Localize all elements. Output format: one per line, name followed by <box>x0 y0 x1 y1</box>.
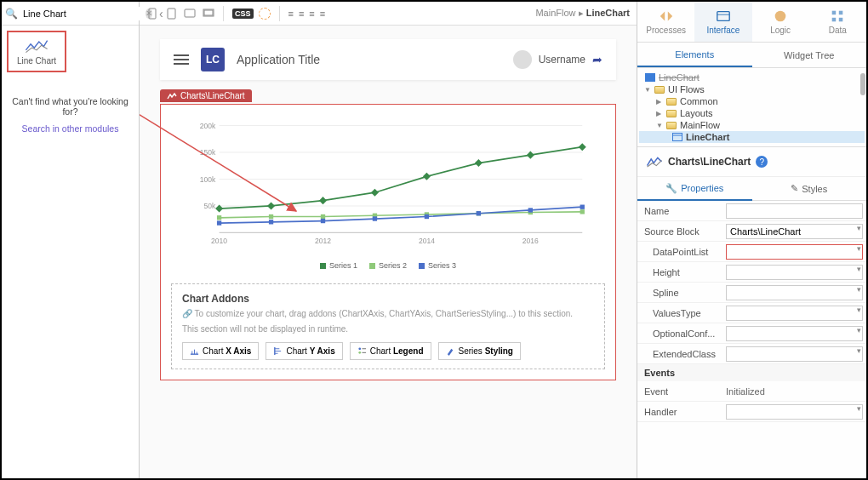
prop-extendedclass-input[interactable] <box>726 346 863 362</box>
svg-rect-24 <box>475 159 483 167</box>
legend-item: Series 2 <box>369 261 407 270</box>
screen-icon <box>671 133 682 142</box>
device-tablet-landscape-icon[interactable] <box>184 8 196 20</box>
search-other-modules-link[interactable]: Search in other modules <box>2 120 139 137</box>
svg-text:2010: 2010 <box>211 237 227 245</box>
subtab-elements[interactable]: Elements <box>637 43 752 67</box>
subtab-widget-tree[interactable]: Widget Tree <box>752 43 867 67</box>
svg-rect-55 <box>717 12 729 21</box>
prop-event-value: Initialized <box>722 385 866 398</box>
device-tablet-portrait-icon[interactable] <box>165 8 177 20</box>
tree-item-linechart[interactable]: LineChart <box>639 131 865 143</box>
hamburger-icon[interactable] <box>174 54 189 65</box>
svg-point-53 <box>358 351 361 354</box>
canvas-area[interactable]: LC Application Title Username ➦ Charts\L… <box>140 26 637 478</box>
svg-rect-59 <box>839 11 843 15</box>
svg-rect-39 <box>425 214 429 219</box>
svg-rect-21 <box>319 197 327 204</box>
svg-rect-0 <box>149 9 156 19</box>
search-row: 🔍 ✕ ‹ <box>2 2 139 26</box>
app-preview-header: LC Application Title Username ➦ <box>160 39 616 80</box>
svg-rect-34 <box>580 209 585 214</box>
folder-icon <box>666 122 677 129</box>
username-label: Username <box>539 54 585 66</box>
prop-spline-input[interactable] <box>726 285 863 300</box>
chart-addons-section: Chart Addons 🔗 To customize your chart, … <box>171 283 605 369</box>
tab-interface[interactable]: Interface <box>694 2 751 43</box>
toolbox-item-label: Line Chart <box>17 56 56 66</box>
element-tree[interactable]: LineChart ▼UI Flows ▶Common ▶Layouts ▼Ma… <box>637 68 866 147</box>
svg-rect-26 <box>579 143 586 151</box>
svg-text:150k: 150k <box>200 148 216 157</box>
tab-logic[interactable]: Logic <box>752 2 809 43</box>
user-block: Username ➦ <box>513 50 602 69</box>
addon-btn-2[interactable]: Chart Legend <box>350 342 431 360</box>
chart-legend: Series 1Series 2Series 3 <box>173 261 603 270</box>
css-toggle[interactable]: CSS <box>232 9 254 19</box>
top-tabs: Processes Interface Logic Data <box>637 2 866 43</box>
block-title: Charts\LineChart <box>668 156 751 168</box>
align-right-icon[interactable]: ≡ <box>309 9 314 19</box>
not-found-hint: Can't find what you're looking for? <box>2 93 139 120</box>
prop-height-input[interactable] <box>726 265 863 280</box>
prop-valuestype-input[interactable] <box>726 306 863 321</box>
tab-data[interactable]: Data <box>809 2 866 43</box>
toolbox-item-line-chart[interactable]: Line Chart <box>7 31 66 72</box>
svg-rect-22 <box>371 189 379 197</box>
prop-datapointlist-input[interactable] <box>726 244 863 260</box>
addons-desc-2: This section will not be displayed in ru… <box>182 323 594 335</box>
svg-text:200k: 200k <box>200 122 216 130</box>
svg-rect-61 <box>839 18 843 22</box>
breadcrumb: MainFlow ▸ LineChart <box>535 8 630 19</box>
svg-text:100k: 100k <box>200 175 216 184</box>
proptab-properties[interactable]: 🔧 Properties <box>637 177 752 201</box>
folder-icon <box>666 110 677 117</box>
line-chart-widget[interactable]: Charts\LineChart 50k100k150k200k20102012… <box>160 104 616 380</box>
addons-desc-1: 🔗 To customize your chart, drag addons (… <box>182 308 594 320</box>
svg-rect-42 <box>580 205 585 209</box>
prop-optionalconf-input[interactable] <box>726 326 863 341</box>
chart-preview: 50k100k150k200k2010201220142016 Series 1… <box>161 105 615 277</box>
align-justify-icon[interactable]: ≡ <box>320 9 325 19</box>
folder-icon <box>666 98 677 106</box>
svg-rect-20 <box>267 202 275 209</box>
svg-rect-36 <box>269 220 273 224</box>
prop-name-input[interactable] <box>726 203 863 219</box>
prop-source-input[interactable] <box>726 224 863 239</box>
app-logo: LC <box>201 48 225 71</box>
svg-rect-29 <box>321 214 325 219</box>
svg-point-57 <box>775 11 786 22</box>
line-chart-icon <box>25 37 49 54</box>
device-desktop-icon[interactable] <box>203 8 214 20</box>
addon-btn-0[interactable]: Chart X Axis <box>182 342 259 360</box>
svg-rect-41 <box>528 208 533 212</box>
svg-text:2014: 2014 <box>419 237 435 245</box>
svg-rect-58 <box>832 11 837 15</box>
svg-rect-62 <box>645 73 655 82</box>
device-phone-icon[interactable] <box>146 8 158 20</box>
prop-handler-input[interactable] <box>726 404 863 420</box>
addon-btn-1[interactable]: Chart Y Axis <box>266 342 342 360</box>
refresh-icon[interactable] <box>259 8 271 20</box>
svg-rect-37 <box>321 219 325 223</box>
help-icon[interactable]: ? <box>756 156 768 168</box>
align-center-icon[interactable]: ≡ <box>299 9 304 19</box>
tab-processes[interactable]: Processes <box>637 2 694 43</box>
legend-item: Series 1 <box>320 261 357 270</box>
folder-icon <box>654 86 665 94</box>
align-left-icon[interactable]: ≡ <box>288 9 294 19</box>
proptab-styles[interactable]: ✎ Styles <box>752 177 867 201</box>
block-header: Charts\LineChart ? <box>637 147 866 177</box>
svg-text:2012: 2012 <box>315 237 331 245</box>
svg-rect-35 <box>217 220 221 225</box>
toolbox-panel: 🔍 ✕ ‹ Line Chart Can't find what you're … <box>2 2 140 478</box>
properties-panel: Processes Interface Logic Data Elements … <box>637 2 866 478</box>
addon-btn-3[interactable]: Series Styling <box>438 342 521 360</box>
addons-title: Chart Addons <box>182 293 594 305</box>
canvas-toolbar: CSS ≡ ≡ ≡ ≡ MainFlow ▸ LineChart <box>140 2 637 26</box>
logout-icon[interactable]: ➦ <box>592 53 602 66</box>
search-icon: 🔍 <box>5 8 18 20</box>
tree-scrollbar[interactable] <box>860 73 865 95</box>
legend-item: Series 3 <box>419 261 456 270</box>
search-input[interactable] <box>21 7 142 20</box>
